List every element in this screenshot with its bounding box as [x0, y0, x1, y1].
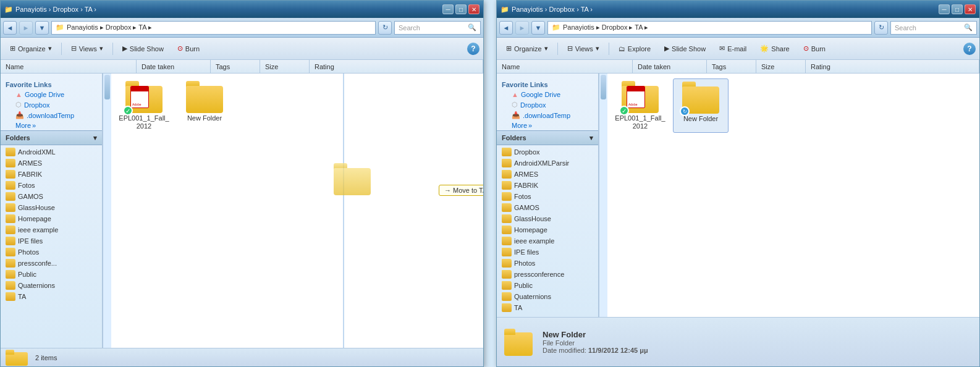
list-item[interactable]: GlassHouse	[497, 213, 598, 224]
right-email-button[interactable]: ✉ E-mail	[714, 40, 752, 57]
left-toolbar: ⊞ Organize ▾ ⊟ Views ▾ ▶ Slide Show ⊙ Bu…	[1, 38, 483, 60]
right-help-button[interactable]: ?	[963, 43, 976, 55]
right-maximize-button[interactable]: □	[952, 4, 963, 14]
right-more-link[interactable]: More »	[497, 120, 598, 130]
left-slideshow-button[interactable]: ▶ Slide Show	[117, 40, 169, 57]
adobe-red-bar	[131, 86, 148, 91]
list-item[interactable]: ieee example	[497, 235, 598, 247]
right-minimize-button[interactable]: ─	[939, 4, 950, 14]
right-folder-scrollbar[interactable]	[599, 74, 607, 317]
left-forward-button[interactable]: ►	[19, 21, 33, 35]
left-refresh-button[interactable]: ↻	[378, 21, 392, 35]
list-item[interactable]: pressconfe...	[1, 258, 102, 269]
list-item[interactable]: AndroidXMLParsir	[497, 158, 598, 169]
list-item[interactable]: FABRIK	[497, 180, 598, 191]
right-link-dropbox[interactable]: ⬡ Dropbox	[497, 99, 598, 110]
right-views-button[interactable]: ⊟ Views ▾	[562, 40, 605, 57]
left-col-name[interactable]: Name	[1, 60, 137, 73]
list-item[interactable]: Dropbox	[497, 146, 598, 158]
left-organize-button[interactable]: ⊞ Organize ▾	[4, 40, 57, 57]
left-col-date[interactable]: Date taken	[137, 60, 211, 73]
left-folders-header[interactable]: Folders ▾	[1, 130, 102, 145]
list-item[interactable]: FABRIK	[1, 169, 102, 180]
move-tooltip: → Move to TA	[439, 185, 483, 196]
right-col-date[interactable]: Date taken	[633, 60, 707, 73]
right-explore-icon: 🗂	[619, 45, 625, 53]
list-item[interactable]: GAMOS	[497, 202, 598, 213]
left-scrollbar-thumb[interactable]	[104, 75, 110, 99]
right-close-button[interactable]: ✕	[965, 4, 976, 14]
right-address-path[interactable]: 📁 Panayiotis ▸ Dropbox ▸ TA ▸	[547, 21, 872, 35]
list-item[interactable]: GlassHouse	[1, 202, 102, 213]
left-col-rating[interactable]: Rating	[310, 60, 483, 73]
list-item[interactable]: Quaternions	[497, 291, 598, 302]
right-col-name[interactable]: Name	[497, 60, 633, 73]
left-folder-scrollbar[interactable]	[103, 74, 111, 348]
right-col-size[interactable]: Size	[756, 60, 806, 73]
list-item[interactable]: Photos	[497, 258, 598, 269]
right-back-button[interactable]: ◄	[499, 21, 513, 35]
right-folders-header[interactable]: Folders ▾	[497, 130, 598, 145]
right-link-gdrive[interactable]: ▲ Google Drive	[497, 90, 598, 99]
left-dropdown-button[interactable]: ▼	[35, 21, 49, 35]
list-item[interactable]: ieee example	[1, 224, 102, 235]
left-more-link[interactable]: More »	[1, 120, 102, 130]
list-item[interactable]: GAMOS	[1, 191, 102, 202]
left-link-gdrive[interactable]: ▲ Google Drive	[1, 90, 102, 99]
left-link-dropbox[interactable]: ⬡ Dropbox	[1, 99, 102, 110]
left-views-button[interactable]: ⊟ Views ▾	[65, 40, 109, 57]
left-burn-button[interactable]: ⊙ Burn	[172, 40, 205, 57]
file-epl001[interactable]: ✓ EPL001_1_Fall_2012	[116, 78, 172, 133]
left-close-button[interactable]: ✕	[468, 4, 479, 14]
right-refresh-button[interactable]: ↻	[874, 21, 888, 35]
list-item[interactable]: Quaternions	[1, 280, 102, 291]
left-views-arrow: ▾	[99, 44, 103, 53]
right-favorite-title: Favorite Links	[497, 78, 598, 90]
left-address-path[interactable]: 📁 Panayiotis ▸ Dropbox ▸ TA ▸	[51, 21, 376, 35]
right-burn-button[interactable]: ⊙ Burn	[798, 40, 831, 57]
left-help-button[interactable]: ?	[467, 43, 479, 55]
list-item[interactable]: AndroidXML	[1, 146, 102, 158]
list-item[interactable]: IPE files	[497, 247, 598, 258]
list-item[interactable]: Public	[1, 269, 102, 280]
left-minimize-button[interactable]: ─	[442, 4, 454, 14]
right-organize-button[interactable]: ⊞ Organize ▾	[501, 40, 554, 57]
left-col-size[interactable]: Size	[260, 60, 310, 73]
left-back-button[interactable]: ◄	[3, 21, 17, 35]
left-search-box[interactable]: Search 🔍	[394, 21, 481, 35]
left-gdrive-label: Google Drive	[25, 91, 64, 98]
right-col-tags[interactable]: Tags	[707, 60, 756, 73]
list-item[interactable]: pressconference	[497, 269, 598, 280]
right-explore-button[interactable]: 🗂 Explore	[613, 40, 656, 57]
left-link-downloadtemp[interactable]: 📥 .downloadTemp	[1, 110, 102, 120]
list-item[interactable]: Fotos	[497, 191, 598, 202]
file-new-folder[interactable]: New Folder	[177, 78, 232, 133]
folder-icon	[6, 226, 15, 234]
right-file-new-folder[interactable]: ↻ New Folder	[673, 78, 729, 133]
bottom-folder-body	[504, 332, 533, 356]
right-share-button[interactable]: 🌟 Share	[754, 40, 795, 57]
right-dropdown-button[interactable]: ▼	[531, 21, 545, 35]
right-slideshow-button[interactable]: ▶ Slide Show	[659, 40, 711, 57]
list-item[interactable]: TA	[1, 291, 102, 302]
folder-icon	[6, 281, 15, 290]
right-link-downloadtemp[interactable]: 📥 .downloadTemp	[497, 110, 598, 120]
list-item[interactable]: Homepage	[1, 213, 102, 224]
list-item[interactable]: Public	[497, 280, 598, 291]
right-forward-button[interactable]: ►	[515, 21, 529, 35]
list-item[interactable]: Fotos	[1, 180, 102, 191]
left-col-tags[interactable]: Tags	[211, 60, 260, 73]
list-item[interactable]: TA	[497, 302, 598, 312]
right-search-box[interactable]: Search 🔍	[890, 21, 977, 35]
right-file-epl001[interactable]: ✓ EPL001_1_Fall_2012	[612, 78, 668, 133]
list-item[interactable]: ARMES	[497, 169, 598, 180]
list-item[interactable]: Photos	[1, 247, 102, 258]
list-item[interactable]: Homepage	[497, 224, 598, 235]
right-scrollbar-thumb[interactable]	[601, 75, 606, 99]
list-item[interactable]: ARMES	[1, 158, 102, 169]
list-item[interactable]: IPE files	[1, 235, 102, 247]
left-maximize-button[interactable]: □	[455, 4, 467, 14]
right-col-rating[interactable]: Rating	[806, 60, 979, 73]
left-status-bar: 2 items	[1, 348, 483, 366]
left-status-folder	[6, 350, 30, 366]
